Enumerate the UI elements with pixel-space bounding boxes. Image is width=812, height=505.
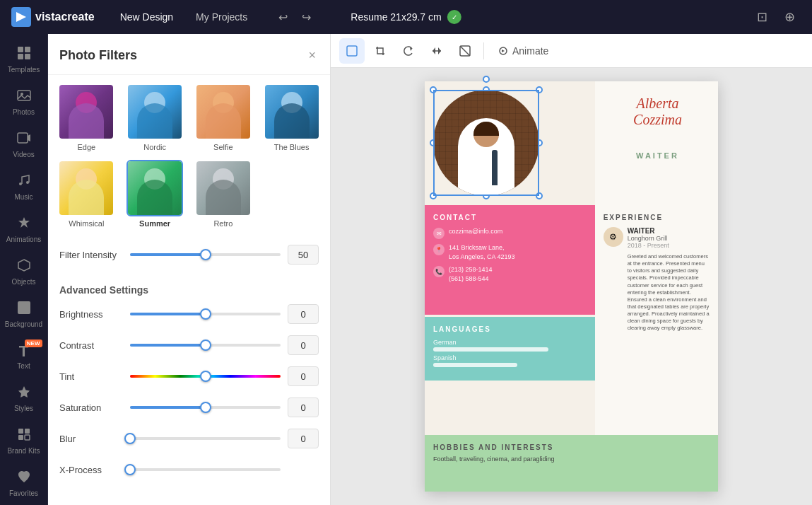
svg-rect-7 bbox=[18, 133, 28, 143]
filter-intensity-slider[interactable] bbox=[130, 248, 281, 262]
filter-intensity-section: Filter Intensity 50 bbox=[48, 236, 330, 284]
contact-email-row: ✉ cozzima@info.com bbox=[433, 227, 587, 239]
saturation-fill bbox=[130, 406, 206, 409]
logo-text: vistacreate bbox=[35, 11, 95, 23]
svg-rect-2 bbox=[25, 47, 30, 52]
filter-summer-label: Summer bbox=[139, 219, 170, 228]
exp-icon-area: ⚙ bbox=[604, 227, 623, 332]
experience-content: ⚙ WAITER Longhorn Grill 2018 - Present G… bbox=[604, 227, 710, 332]
animations-label: Animations bbox=[6, 236, 41, 243]
flip-tool-button[interactable] bbox=[424, 38, 449, 64]
mask-tool-button[interactable] bbox=[452, 38, 478, 64]
sidebar-item-brand-kits[interactable]: Brand Kits bbox=[3, 421, 45, 460]
sidebar-item-photos[interactable]: Photos bbox=[3, 82, 45, 122]
address-icon: 📍 bbox=[433, 244, 445, 255]
filter-nordic[interactable]: Nordic bbox=[122, 81, 188, 154]
favorites-icon bbox=[16, 469, 32, 488]
rotate-tool-button[interactable] bbox=[396, 38, 421, 64]
contrast-thumb[interactable] bbox=[200, 339, 211, 351]
filter-selfie[interactable]: Selfie bbox=[191, 81, 257, 154]
music-label: Music bbox=[14, 193, 33, 201]
filter-theblues-label: The Blues bbox=[274, 143, 310, 151]
sidebar-item-text[interactable]: NEW T Text bbox=[3, 337, 45, 376]
filter-selfie-thumb bbox=[195, 83, 252, 140]
resume-job-title-area: WAITER bbox=[603, 149, 712, 161]
xprocess-track bbox=[130, 468, 281, 471]
filter-retro[interactable]: Retro bbox=[191, 157, 257, 231]
xprocess-slider[interactable] bbox=[130, 463, 281, 477]
undo-button[interactable]: ↩ bbox=[273, 8, 293, 27]
brightness-label: Brightness bbox=[59, 309, 123, 320]
filter-intensity-label: Filter Intensity bbox=[59, 250, 123, 260]
present-button[interactable]: ⊡ bbox=[751, 6, 773, 28]
resume-languages-box: LANGUAGES German Spanish bbox=[425, 317, 595, 381]
svg-rect-11 bbox=[18, 429, 23, 434]
filter-nordic-label: Nordic bbox=[143, 143, 166, 151]
sidebar-item-favorites[interactable]: Favorites bbox=[3, 463, 45, 503]
blur-row: Blur 0 bbox=[59, 429, 319, 448]
sidebar-item-animations[interactable]: Animations bbox=[3, 209, 45, 249]
share-button[interactable]: ⊕ bbox=[779, 6, 801, 28]
document-size-label: Resume 21x29.7 cm bbox=[351, 11, 441, 23]
tint-slider[interactable] bbox=[130, 369, 281, 383]
tint-value: 0 bbox=[288, 366, 319, 386]
logo[interactable]: vistacreate bbox=[11, 7, 95, 27]
redo-button[interactable]: ↪ bbox=[296, 8, 317, 27]
filters-panel: Photo Filters × Edge bbox=[48, 34, 331, 505]
contrast-slider[interactable] bbox=[130, 338, 281, 352]
sidebar-item-styles[interactable]: Styles bbox=[3, 378, 45, 418]
resume-name-section: Alberta Cozzima bbox=[603, 95, 712, 128]
svg-rect-14 bbox=[25, 435, 30, 440]
sidebar-item-templates[interactable]: Templates bbox=[3, 40, 45, 79]
select-tool-button[interactable] bbox=[339, 38, 365, 64]
contrast-row: Contrast 0 bbox=[59, 335, 319, 355]
saturation-track bbox=[130, 406, 281, 409]
tint-thumb[interactable] bbox=[200, 371, 211, 382]
resume-card: Alberta Cozzima WAITER CONTACT ✉ cozzima… bbox=[425, 81, 718, 492]
topbar-right-actions: ⊡ ⊕ bbox=[751, 6, 801, 28]
sidebar-item-music[interactable]: Music bbox=[3, 167, 45, 207]
resume-name-first: Alberta bbox=[603, 95, 712, 112]
filter-theblues[interactable]: The Blues bbox=[259, 81, 324, 154]
filter-intensity-fill bbox=[130, 253, 206, 256]
exp-job-title: WAITER bbox=[628, 227, 710, 235]
blur-thumb[interactable] bbox=[124, 433, 136, 444]
filter-nordic-thumb bbox=[126, 83, 183, 140]
filter-summer[interactable]: Summer bbox=[122, 157, 188, 231]
filter-retro-label: Retro bbox=[213, 219, 233, 228]
sidebar-item-videos[interactable]: Videos bbox=[3, 124, 45, 164]
tint-track bbox=[130, 375, 281, 378]
close-filters-button[interactable]: × bbox=[305, 45, 319, 66]
styles-icon bbox=[16, 384, 32, 403]
brightness-slider[interactable] bbox=[130, 307, 281, 321]
filter-intensity-thumb[interactable] bbox=[200, 249, 211, 260]
svg-rect-10 bbox=[18, 301, 30, 314]
new-design-button[interactable]: New Design bbox=[112, 7, 182, 27]
sidebar-item-background[interactable]: Background bbox=[3, 294, 45, 334]
crop-tool-button[interactable] bbox=[367, 38, 393, 64]
animate-button[interactable]: Animate bbox=[490, 41, 557, 61]
new-badge: NEW bbox=[25, 339, 42, 347]
contrast-track bbox=[130, 344, 281, 347]
brightness-thumb[interactable] bbox=[200, 308, 211, 320]
resume-photo-container[interactable] bbox=[433, 90, 539, 196]
contrast-value: 0 bbox=[288, 335, 319, 355]
filter-whimsical-label: Whimsical bbox=[69, 219, 104, 228]
filter-edge[interactable]: Edge bbox=[54, 81, 119, 154]
photo-person-hair bbox=[473, 122, 499, 136]
saturation-value: 0 bbox=[288, 397, 319, 417]
saturation-slider[interactable] bbox=[130, 400, 281, 414]
background-label: Background bbox=[5, 320, 42, 328]
my-projects-button[interactable]: My Projects bbox=[187, 7, 256, 27]
brightness-track bbox=[130, 313, 281, 315]
rotate-handle[interactable] bbox=[483, 76, 490, 83]
svg-rect-1 bbox=[18, 47, 23, 52]
exp-job-years: 2018 - Present bbox=[628, 242, 710, 249]
xprocess-thumb[interactable] bbox=[124, 464, 136, 475]
canvas-workspace[interactable]: Alberta Cozzima WAITER CONTACT ✉ cozzima… bbox=[331, 68, 812, 505]
saturation-thumb[interactable] bbox=[200, 402, 211, 413]
blur-slider[interactable] bbox=[130, 431, 281, 446]
filter-whimsical[interactable]: Whimsical bbox=[54, 157, 119, 231]
sidebar-item-objects[interactable]: Objects bbox=[3, 252, 45, 291]
objects-label: Objects bbox=[12, 278, 36, 286]
